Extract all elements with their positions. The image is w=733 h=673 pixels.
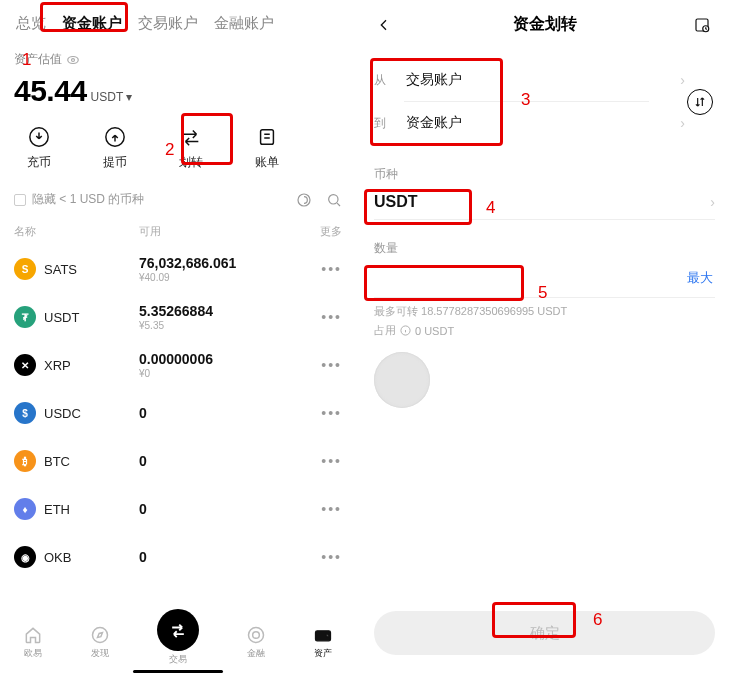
history-button[interactable] bbox=[693, 16, 713, 34]
bills-button[interactable]: 账单 bbox=[242, 126, 292, 171]
swap-icon bbox=[693, 95, 707, 109]
coin-symbol: OKB bbox=[44, 550, 139, 565]
eye-icon[interactable] bbox=[66, 53, 80, 67]
coin-amount: 5.35266884 bbox=[139, 303, 302, 319]
svg-point-7 bbox=[93, 627, 108, 642]
coin-icon: S bbox=[14, 258, 36, 280]
asset-row[interactable]: ♦ ETH 0 ••• bbox=[0, 485, 356, 533]
asset-amount-value: 45.44 bbox=[14, 74, 87, 108]
deposit-button[interactable]: 充币 bbox=[14, 126, 64, 171]
page-title: 资金划转 bbox=[396, 14, 693, 35]
from-account-row[interactable]: 从 交易账户 › bbox=[374, 59, 685, 101]
transfer-icon bbox=[180, 126, 202, 148]
more-icon[interactable]: ••• bbox=[302, 453, 342, 469]
nav-trade[interactable]: 交易 bbox=[157, 619, 199, 666]
info-icon[interactable] bbox=[400, 325, 411, 336]
coin-symbol: USDC bbox=[44, 406, 139, 421]
coin-symbol: BTC bbox=[44, 454, 139, 469]
svg-point-9 bbox=[252, 631, 259, 638]
chevron-right-icon: › bbox=[680, 115, 685, 131]
tab-finance[interactable]: 金融账户 bbox=[210, 10, 278, 37]
transfer-button[interactable]: 划转 bbox=[166, 126, 216, 171]
svg-point-8 bbox=[248, 627, 263, 642]
from-label: 从 bbox=[374, 72, 396, 89]
more-icon[interactable]: ••• bbox=[302, 261, 342, 277]
svg-point-0 bbox=[68, 56, 79, 63]
more-icon[interactable]: ••• bbox=[302, 549, 342, 565]
finance-icon bbox=[246, 625, 266, 645]
coin-symbol: USDT bbox=[44, 310, 139, 325]
coin-icon: ♦ bbox=[14, 498, 36, 520]
asset-row[interactable]: ✕ XRP 0.00000006 ¥0 ••• bbox=[0, 341, 356, 389]
account-tabs: 总览 资金账户 交易账户 金融账户 bbox=[0, 0, 356, 43]
nav-assets[interactable]: 资产 bbox=[313, 625, 333, 660]
quick-actions: 充币 提币 划转 账单 bbox=[0, 112, 356, 183]
svg-rect-4 bbox=[261, 130, 274, 145]
svg-point-1 bbox=[72, 58, 75, 61]
transfer-header: 资金划转 bbox=[374, 0, 715, 49]
max-transfer-hint: 最多可转 18.5778287350696995 USDT bbox=[374, 304, 715, 319]
transfer-accounts-block: 从 交易账户 › 到 资金账户 › bbox=[374, 59, 715, 144]
asset-row[interactable]: ₿ BTC 0 ••• bbox=[0, 437, 356, 485]
coin-symbol: XRP bbox=[44, 358, 139, 373]
asset-amount-unit[interactable]: USDT ▾ bbox=[91, 90, 133, 104]
more-icon[interactable]: ••• bbox=[302, 501, 342, 517]
scan-icon[interactable] bbox=[296, 192, 312, 208]
amount-input-row: 最大 bbox=[374, 257, 715, 298]
currency-section-label: 币种 bbox=[374, 166, 715, 183]
search-icon[interactable] bbox=[326, 192, 342, 208]
withdraw-icon bbox=[104, 126, 126, 148]
swap-direction-button[interactable] bbox=[687, 89, 713, 115]
filter-row: 隐藏 < 1 USD 的币种 bbox=[0, 183, 356, 216]
max-button[interactable]: 最大 bbox=[685, 269, 715, 287]
coin-amount: 0.00000006 bbox=[139, 351, 302, 367]
back-button[interactable] bbox=[376, 17, 396, 33]
transfer-screen: 资金划转 从 交易账户 › 到 资金账户 › 币种 USDT › bbox=[356, 0, 733, 673]
more-icon[interactable]: ••• bbox=[302, 357, 342, 373]
amount-input[interactable] bbox=[374, 267, 685, 289]
asset-row[interactable]: $ USDC 0 ••• bbox=[0, 389, 356, 437]
asset-row[interactable]: S SATS 76,032,686.061 ¥40.09 ••• bbox=[0, 245, 356, 293]
to-value: 资金账户 bbox=[406, 114, 670, 132]
trade-center-icon bbox=[157, 609, 199, 651]
currency-selector[interactable]: USDT › bbox=[374, 183, 715, 220]
coin-amount-fiat: ¥5.35 bbox=[139, 320, 302, 331]
from-value: 交易账户 bbox=[406, 71, 670, 89]
asset-row[interactable]: ₮ USDT 5.35266884 ¥5.35 ••• bbox=[0, 293, 356, 341]
wallet-icon bbox=[313, 625, 333, 645]
tab-trading[interactable]: 交易账户 bbox=[134, 10, 202, 37]
asset-list-header: 名称 可用 更多 bbox=[0, 216, 356, 245]
nav-discover[interactable]: 发现 bbox=[90, 625, 110, 660]
coin-amount: 0 bbox=[139, 549, 302, 565]
nav-finance[interactable]: 金融 bbox=[246, 625, 266, 660]
tab-funding[interactable]: 资金账户 bbox=[58, 10, 126, 37]
confirm-button[interactable]: 确定 bbox=[374, 611, 715, 655]
funding-account-screen: 总览 资金账户 交易账户 金融账户 资产估值 45.44 USDT ▾ 充币 提… bbox=[0, 0, 356, 673]
to-account-row[interactable]: 到 资金账户 › bbox=[374, 102, 685, 144]
coin-amount: 76,032,686.061 bbox=[139, 255, 302, 271]
hide-small-checkbox[interactable] bbox=[14, 194, 26, 206]
coin-icon: ₿ bbox=[14, 450, 36, 472]
bills-icon bbox=[256, 126, 278, 148]
deposit-icon bbox=[28, 126, 50, 148]
asset-row[interactable]: ◉ OKB 0 ••• bbox=[0, 533, 356, 581]
withdraw-button[interactable]: 提币 bbox=[90, 126, 140, 171]
more-icon[interactable]: ••• bbox=[302, 309, 342, 325]
compass-icon bbox=[90, 625, 110, 645]
asset-valuation: 资产估值 45.44 USDT ▾ bbox=[0, 43, 356, 112]
coin-icon: ₮ bbox=[14, 306, 36, 328]
amount-section-label: 数量 bbox=[374, 240, 715, 257]
currency-value: USDT bbox=[374, 193, 710, 211]
coin-icon: ◉ bbox=[14, 546, 36, 568]
svg-point-5 bbox=[298, 194, 310, 206]
more-icon[interactable]: ••• bbox=[302, 405, 342, 421]
svg-point-6 bbox=[329, 194, 338, 203]
hide-small-label: 隐藏 < 1 USD 的币种 bbox=[32, 191, 144, 208]
asset-valuation-label: 资产估值 bbox=[14, 51, 62, 68]
to-label: 到 bbox=[374, 115, 396, 132]
coin-amount: 0 bbox=[139, 501, 302, 517]
coin-amount: 0 bbox=[139, 453, 302, 469]
tab-overview[interactable]: 总览 bbox=[12, 10, 50, 37]
nav-home[interactable]: 欧易 bbox=[23, 625, 43, 660]
svg-point-11 bbox=[326, 634, 328, 636]
